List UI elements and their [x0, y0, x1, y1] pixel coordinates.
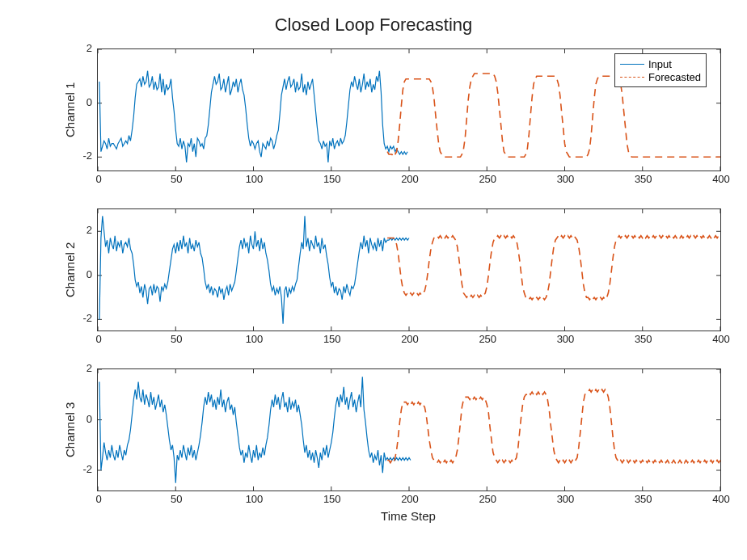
legend-swatch-input — [620, 64, 644, 65]
xtick-label: 50 — [167, 173, 186, 185]
xtick-label: 150 — [323, 173, 342, 185]
ytick-label: -2 — [82, 149, 92, 162]
legend-item-forecasted: Forecasted — [620, 70, 701, 83]
xtick-label: 300 — [556, 333, 576, 345]
xtick-label: 400 — [711, 173, 731, 185]
legend-label-input: Input — [648, 58, 672, 70]
xtick-label: 200 — [400, 333, 420, 345]
xtick-label: 100 — [245, 493, 264, 505]
xtick-label: 100 — [245, 333, 264, 345]
xtick-label: 350 — [634, 493, 653, 505]
xtick-label: 300 — [556, 173, 576, 185]
xtick-label: 300 — [556, 493, 576, 505]
legend-item-input: Input — [620, 57, 701, 70]
xtick-label: 400 — [711, 493, 731, 505]
xtick-label: 150 — [323, 333, 342, 345]
ytick-label: -2 — [82, 463, 92, 475]
xtick-label: 50 — [167, 333, 186, 345]
legend: Input Forecasted — [614, 53, 707, 87]
ylabel-channel-3: Channel 3 — [63, 402, 77, 457]
subplot-channel-3 — [97, 368, 721, 491]
xtick-label: 350 — [634, 173, 653, 185]
xtick-label: 400 — [711, 333, 731, 345]
xtick-label: 200 — [400, 493, 420, 505]
plot-canvas-2 — [98, 209, 720, 331]
subplot-channel-2 — [97, 208, 721, 331]
xtick-label: 100 — [245, 173, 264, 185]
xlabel: Time Step — [97, 509, 720, 523]
ytick-label: 0 — [87, 96, 92, 108]
legend-label-forecasted: Forecasted — [648, 71, 701, 83]
xtick-label: 250 — [478, 493, 497, 505]
ytick-label: -2 — [82, 312, 92, 324]
xtick-label: 0 — [89, 173, 108, 185]
ytick-label: 0 — [87, 268, 92, 280]
xtick-label: 0 — [89, 493, 108, 505]
xtick-label: 150 — [323, 493, 342, 505]
xtick-label: 50 — [167, 493, 186, 505]
plot-canvas-3 — [98, 369, 720, 491]
xtick-label: 350 — [634, 333, 653, 345]
legend-swatch-forecasted — [620, 77, 644, 78]
xtick-label: 200 — [400, 173, 420, 185]
ytick-label: 0 — [87, 413, 92, 425]
ylabel-channel-1: Channel 1 — [63, 82, 77, 137]
xtick-label: 0 — [89, 333, 108, 345]
ytick-label: 2 — [87, 224, 92, 236]
figure: Closed Loop Forecasting Channel 1 Input … — [0, 0, 747, 560]
ylabel-channel-2: Channel 2 — [63, 242, 77, 297]
figure-title: Closed Loop Forecasting — [0, 15, 747, 36]
xtick-label: 250 — [478, 333, 497, 345]
xtick-label: 250 — [478, 173, 497, 185]
ytick-label: 2 — [87, 362, 92, 374]
ytick-label: 2 — [87, 42, 92, 54]
